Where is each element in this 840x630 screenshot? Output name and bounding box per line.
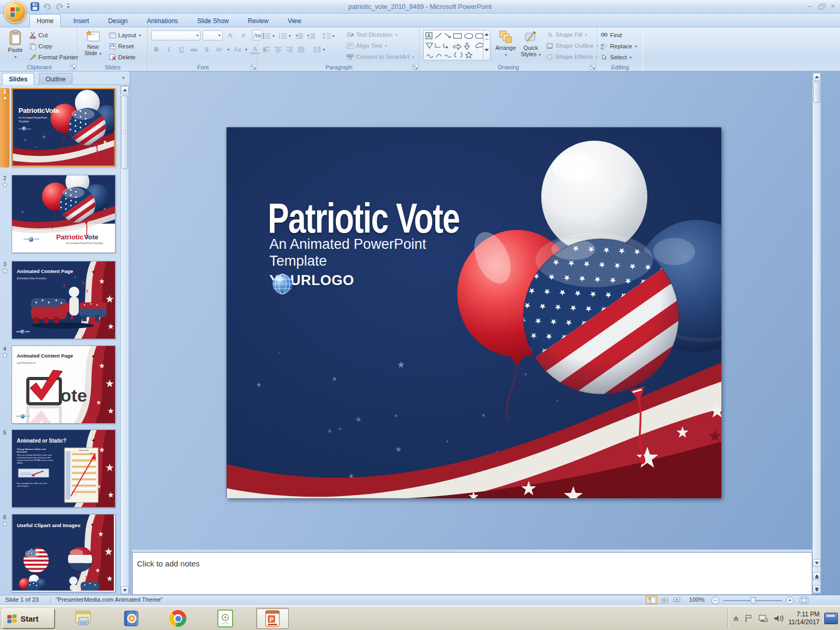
slide-title[interactable]: Patriotic Vote <box>268 194 459 242</box>
shapes-scroll-down-icon[interactable] <box>485 49 489 51</box>
drawing-dialog-launcher[interactable] <box>590 64 595 70</box>
slide-subtitle[interactable]: An Animated PowerPoint Template <box>269 236 437 269</box>
tab-outline-pane[interactable]: Outline <box>39 73 72 85</box>
tray-collapse-icon[interactable] <box>733 615 739 622</box>
shapes-gallery[interactable]: A <box>423 30 490 60</box>
character-spacing-button[interactable]: AV <box>214 44 224 55</box>
slide-logo[interactable]: YOUR LOGO <box>269 272 354 289</box>
office-button[interactable] <box>4 1 26 23</box>
zoom-out-button[interactable]: − <box>711 596 719 604</box>
restore-button-icon[interactable] <box>818 5 823 9</box>
bold-button[interactable]: B <box>151 44 161 55</box>
tab-slides-pane[interactable]: Slides <box>2 73 34 85</box>
strikethrough-button[interactable]: abe <box>189 44 199 55</box>
clipboard-dialog-launcher[interactable] <box>70 64 76 70</box>
text-direction-button[interactable]: A Text Direction ▾ <box>346 29 397 40</box>
tab-animations[interactable]: Animations <box>140 15 185 28</box>
tab-slide-show[interactable]: Slide Show <box>191 15 236 28</box>
font-size-combobox[interactable]: ▾ <box>203 30 223 40</box>
taskbar-chrome-button[interactable] <box>162 608 194 629</box>
delete-button[interactable]: Delete <box>109 52 135 62</box>
network-icon[interactable] <box>758 614 769 623</box>
find-button[interactable]: Find <box>601 30 622 40</box>
paste-button[interactable]: Paste ▾ <box>3 29 27 60</box>
shape-fill-button[interactable]: Shape Fill ▾ <box>546 29 587 40</box>
replace-button[interactable]: abac Replace ▾ <box>601 41 637 51</box>
align-right-icon[interactable] <box>286 46 293 53</box>
convert-smartart-button[interactable]: Convert to SmartArt ▾ <box>346 51 414 62</box>
start-button[interactable]: Start <box>2 608 55 628</box>
editor-scrollbar-thumb[interactable] <box>813 82 820 103</box>
slide-thumbnail-1[interactable]: PatrioticVote An Animated PowerPoint Tem… <box>12 88 116 166</box>
tab-home[interactable]: Home <box>29 14 61 27</box>
paragraph-dialog-launcher[interactable] <box>412 64 418 70</box>
line-spacing-icon[interactable] <box>322 33 331 39</box>
italic-button[interactable]: I <box>164 44 174 55</box>
editor-scrollbar[interactable] <box>812 72 821 594</box>
customize-qat-caret-icon[interactable]: ▾ <box>67 4 69 9</box>
select-button[interactable]: Select ▾ <box>601 52 632 62</box>
tab-view[interactable]: View <box>281 15 308 28</box>
font-dialog-launcher[interactable] <box>250 64 256 70</box>
taskbar-powerpoint-button[interactable]: P <box>256 608 289 629</box>
bullets-icon[interactable] <box>262 33 271 39</box>
slideshow-view-button[interactable] <box>671 596 682 604</box>
action-center-flag-icon[interactable] <box>744 614 753 623</box>
scroll-up-icon[interactable] <box>123 89 127 91</box>
slide-canvas[interactable]: Patriotic Vote An Animated PowerPoint Te… <box>226 127 721 498</box>
panel-scrollbar-thumb[interactable] <box>121 96 128 169</box>
volume-icon[interactable] <box>773 614 784 623</box>
panel-close-icon[interactable]: × <box>120 75 127 81</box>
zoom-in-button[interactable]: + <box>786 596 794 604</box>
reset-button[interactable]: Reset <box>109 41 134 51</box>
decrease-indent-icon[interactable] <box>295 33 303 39</box>
zoom-level[interactable]: 100% <box>689 596 705 603</box>
shape-outline-button[interactable]: Shape Outline ▾ <box>546 40 598 51</box>
save-icon[interactable] <box>30 2 39 11</box>
copy-button[interactable]: Copy <box>29 41 52 51</box>
zoom-slider-thumb[interactable] <box>750 597 756 604</box>
arrange-button[interactable]: Arrange ▾ <box>494 29 518 58</box>
panel-scrollbar[interactable] <box>120 86 129 595</box>
slide-sorter-view-button[interactable] <box>658 596 670 604</box>
align-center-icon[interactable] <box>274 46 282 53</box>
font-name-combobox[interactable]: ▾ <box>151 30 201 40</box>
columns-icon[interactable] <box>313 46 321 53</box>
next-slide-button[interactable] <box>813 585 821 593</box>
slide-thumbnail-5[interactable]: Animated or Static? Change Between Stati… <box>12 429 116 508</box>
normal-view-button[interactable] <box>646 596 657 604</box>
justify-icon[interactable] <box>297 46 305 53</box>
slide-thumbnail-2[interactable]: Patriotic Vote An Animated PowerPoint Te… <box>12 175 116 253</box>
increase-indent-icon[interactable] <box>307 33 315 39</box>
align-left-icon[interactable] <box>262 46 270 53</box>
scroll-up-icon[interactable] <box>815 76 819 78</box>
cut-button[interactable]: Cut <box>29 30 48 40</box>
tab-design[interactable]: Design <box>101 15 134 28</box>
slide-thumbnail-3[interactable]: Animated Content Page Embedded Video Ani… <box>12 261 116 339</box>
close-button-icon[interactable]: × <box>831 2 835 11</box>
layout-button[interactable]: Layout ▾ <box>109 30 141 40</box>
underline-button[interactable]: U <box>176 44 186 55</box>
taskbar-clock[interactable]: 7:11 PM 11/14/2017 <box>789 611 820 626</box>
change-case-button[interactable]: Aa <box>232 44 242 55</box>
redo-icon[interactable] <box>55 3 64 11</box>
shape-effects-button[interactable]: Shape Effects ▾ <box>546 51 597 62</box>
slide-thumbnail-4[interactable]: Animated Content Page Light Background o… <box>12 345 116 424</box>
shrink-font-button[interactable]: Aˇ <box>239 30 249 40</box>
notes-pane[interactable]: Click to add notes <box>132 552 812 595</box>
undo-icon[interactable] <box>43 3 51 11</box>
tab-insert[interactable]: Insert <box>66 15 96 28</box>
tab-review[interactable]: Review <box>241 15 275 28</box>
numbering-icon[interactable]: 123 <box>279 33 287 39</box>
scroll-down-icon[interactable] <box>123 589 127 592</box>
shapes-scroll-up-icon[interactable] <box>485 33 489 36</box>
new-slide-button[interactable]: New Slide ▾ <box>81 29 105 57</box>
quick-styles-button[interactable]: Quick Styles ▾ <box>519 29 543 58</box>
align-text-button[interactable]: Align Text ▾ <box>346 40 387 51</box>
format-painter-button[interactable]: Format Painter <box>29 52 78 62</box>
taskbar-photo-viewer-button[interactable] <box>209 608 242 629</box>
text-shadow-button[interactable]: S <box>202 44 212 55</box>
taskbar-media-player-button[interactable] <box>114 608 147 629</box>
minimize-button-icon[interactable]: – <box>807 2 811 11</box>
tray-window-icon[interactable] <box>824 613 838 624</box>
